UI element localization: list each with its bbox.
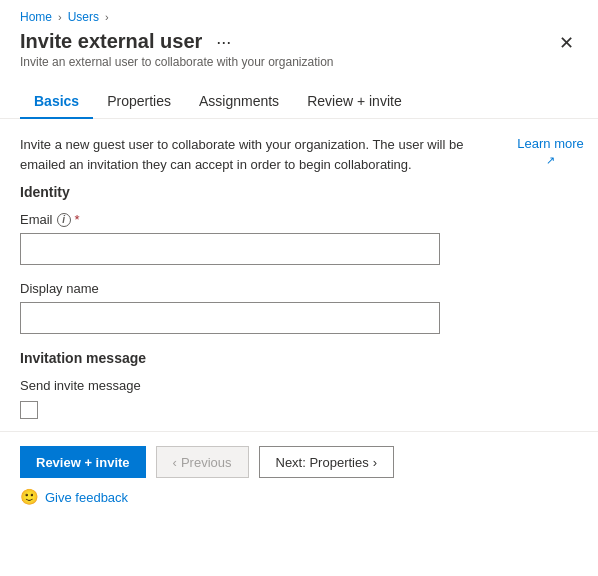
tab-assignments[interactable]: Assignments [185,85,293,119]
review-invite-button[interactable]: Review + invite [20,446,146,478]
ellipsis-button[interactable]: ··· [212,33,235,51]
send-invite-checkbox-row [20,401,578,419]
email-info-icon[interactable]: i [57,213,71,227]
form-content: Identity Email i * Display name Invitati… [0,184,598,419]
next-properties-button[interactable]: Next: Properties › [259,446,395,478]
page-subtitle: Invite an external user to collaborate w… [20,55,334,69]
invitation-message-title: Invitation message [20,350,578,366]
page-header: Invite external user ··· Invite an exter… [0,30,598,73]
email-required-star: * [75,212,80,227]
send-invite-checkbox[interactable] [20,401,38,419]
learn-more-label: Learn more [517,135,583,153]
invitation-message-section: Invitation message Send invite message [20,350,578,419]
header-left: Invite external user ··· Invite an exter… [20,30,334,69]
previous-chevron-icon: ‹ [173,455,177,470]
email-label: Email i * [20,212,578,227]
breadcrumb-home[interactable]: Home [20,10,52,24]
tab-basics[interactable]: Basics [20,85,93,119]
previous-label: Previous [181,455,232,470]
title-row: Invite external user ··· [20,30,334,53]
footer-buttons: Review + invite ‹ Previous Next: Propert… [20,446,578,478]
identity-section-title: Identity [20,184,578,200]
display-name-field-group: Display name [20,281,578,334]
feedback-icon: 🙂 [20,488,39,506]
info-text: Invite a new guest user to collaborate w… [20,135,511,174]
page-title: Invite external user [20,30,202,53]
breadcrumb-users[interactable]: Users [68,10,99,24]
close-button[interactable]: ✕ [555,30,578,56]
email-label-text: Email [20,212,53,227]
breadcrumb-separator-1: › [58,11,62,23]
tab-review-invite[interactable]: Review + invite [293,85,416,119]
display-name-label-text: Display name [20,281,99,296]
tab-bar: Basics Properties Assignments Review + i… [0,73,598,119]
email-input[interactable] [20,233,440,265]
display-name-input[interactable] [20,302,440,334]
display-name-label: Display name [20,281,578,296]
give-feedback-link[interactable]: 🙂 Give feedback [20,488,578,506]
breadcrumb-separator-2: › [105,11,109,23]
info-bar: Invite a new guest user to collaborate w… [0,119,598,184]
learn-more-link[interactable]: Learn more ↗ [523,135,578,169]
email-field-group: Email i * [20,212,578,265]
next-label: Next: Properties [276,455,369,470]
review-invite-label: Review + invite [36,455,130,470]
next-chevron-icon: › [373,455,377,470]
send-invite-label: Send invite message [20,378,578,393]
tab-properties[interactable]: Properties [93,85,185,119]
breadcrumb: Home › Users › [0,0,598,30]
give-feedback-label: Give feedback [45,490,128,505]
external-link-icon: ↗ [546,153,555,168]
previous-button: ‹ Previous [156,446,249,478]
footer: Review + invite ‹ Previous Next: Propert… [0,432,598,516]
